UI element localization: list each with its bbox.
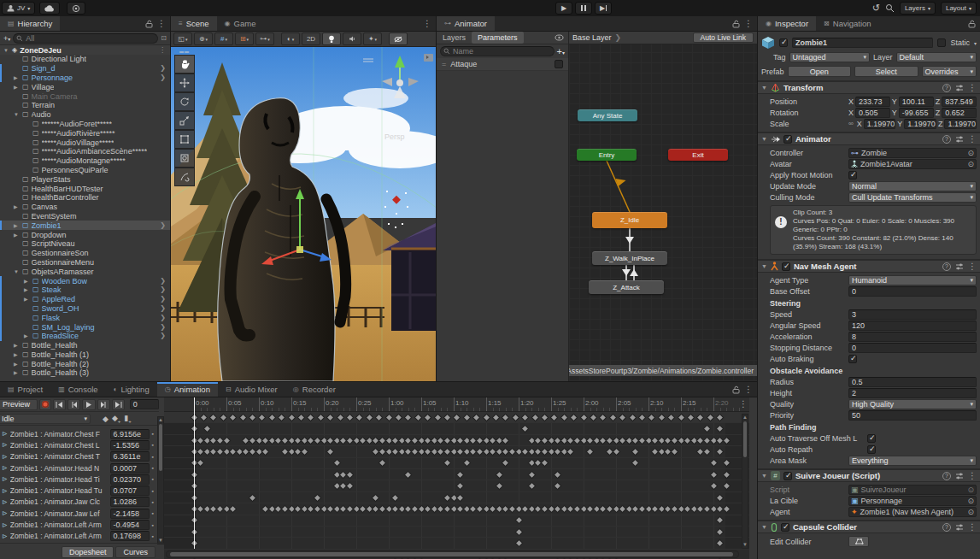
hierarchy-item-personnesquiparle[interactable]: ▢PersonnesQuiParle <box>0 166 170 175</box>
hierarchy-item-gestionnairemenu[interactable]: ▢GestionnaireMenu <box>0 258 170 268</box>
foldout-icon[interactable]: ▶ <box>14 360 18 368</box>
dopesheet-row[interactable] <box>164 480 749 491</box>
gameobject-active-checkbox[interactable] <box>779 38 788 47</box>
timeline-ruler[interactable]: 0:000:050:100:150:200:251:001:051:101:15… <box>164 397 749 412</box>
drag-handle-icon[interactable]: = <box>442 60 446 68</box>
scene-visibility-toggle[interactable] <box>389 32 408 45</box>
animated-property-row[interactable]: ⊳Zombie1 : Animator.Chest L-1.5356▪ <box>0 439 157 450</box>
scale-y-field[interactable]: 1.199705 <box>904 119 936 129</box>
property-menu-icon[interactable]: ▪ <box>152 510 156 516</box>
transform-tool[interactable] <box>174 149 195 168</box>
effects-dropdown[interactable]: ✦▾ <box>363 32 382 45</box>
animated-property-row[interactable]: ⊳Zombie1 : Animator.Jaw Lef-2.1458▪ <box>0 508 157 519</box>
prefab-expand-icon[interactable]: ❯ <box>160 295 170 303</box>
hierarchy-item-bottle-health-1-[interactable]: ▶▢Bottle_Health (1) <box>0 350 170 360</box>
parameter-attaque[interactable]: =Attaque <box>437 58 568 71</box>
hierarchy-item--audiovillage-[interactable]: ▢*****AudioVillage***** <box>0 138 170 147</box>
update-mode-dropdown[interactable]: Normal <box>848 181 977 191</box>
tab-animator[interactable]: ⊶Animator <box>437 16 495 31</box>
hierarchy-item-flask[interactable]: ▢Flask❯ <box>0 313 170 322</box>
property-value-field[interactable]: 6.3611e <box>110 451 150 462</box>
hierarchy-item-sword-oh[interactable]: ▢Sword_OH❯ <box>0 304 170 314</box>
property-menu-icon[interactable]: ▪ <box>152 533 156 539</box>
hierarchy-item-objetsaramasser[interactable]: ▼▢ObjetsARamasser <box>0 267 170 276</box>
static-checkbox[interactable] <box>937 38 946 47</box>
agent-field[interactable]: ✦Zombie1 (Nav Mesh Agent)⊙ <box>848 507 977 517</box>
hierarchy-item-sm-log-laying[interactable]: ▢SM_Log_laying❯ <box>0 322 170 332</box>
speed-field[interactable]: 3 <box>848 309 977 320</box>
first-key-button[interactable] <box>53 399 66 410</box>
animated-property-row[interactable]: ⊳Zombie1 : Animator.Head Tu0.0707▪ <box>0 485 157 496</box>
play-animation-button[interactable] <box>82 399 95 410</box>
property-value-field[interactable]: 0.17698 <box>110 531 150 541</box>
property-value-field[interactable]: -0.4954 <box>110 520 150 530</box>
foldout-icon[interactable]: ▼ <box>3 46 9 55</box>
foldout-icon[interactable]: ▶ <box>14 74 18 82</box>
property-menu-icon[interactable]: ▪ <box>152 488 156 494</box>
help-icon[interactable]: ? <box>942 84 951 92</box>
pause-button[interactable] <box>575 2 592 15</box>
foldout-icon[interactable]: ▶ <box>14 203 18 211</box>
create-button[interactable]: +▾ <box>3 34 10 43</box>
prefab-expand-icon[interactable]: ❯ <box>160 285 170 294</box>
prefab-expand-icon[interactable]: ❯ <box>160 277 170 285</box>
layers-dropdown[interactable]: Layers▾ <box>900 2 936 15</box>
property-value-field[interactable]: 0.0707 <box>110 485 150 496</box>
property-menu-icon[interactable]: ▪ <box>152 522 156 528</box>
hierarchy-item-gestionnaireson[interactable]: ▢GestionnaireSon <box>0 249 170 258</box>
base-offset-field[interactable]: 0 <box>848 286 977 297</box>
tab-inspector[interactable]: ◉Inspector <box>758 16 816 31</box>
animator-menu-icon[interactable]: ⋮ <box>744 19 753 28</box>
custom-tool[interactable] <box>174 168 195 186</box>
state-node-z-walk-inplace[interactable]: Z_Walk_InPlace <box>592 251 667 265</box>
scale-tool[interactable] <box>174 111 195 130</box>
quality-dropdown[interactable]: High Quality <box>848 399 977 409</box>
scale-x-field[interactable]: 1.199705 <box>864 119 896 129</box>
foldout-icon[interactable]: ▶ <box>24 332 28 340</box>
controller-field[interactable]: ⊶Zombie⊙ <box>848 148 977 158</box>
animated-property-row[interactable]: ⊳Zombie1 : Animator.Jaw Clc1.0286▪ <box>0 497 157 508</box>
undo-history-icon[interactable]: ↺ <box>872 3 880 14</box>
parameter-search-input[interactable]: Name <box>440 46 555 56</box>
overlay-drag-handle[interactable]: ══ <box>174 49 195 55</box>
foldout-icon[interactable]: ▼ <box>761 85 767 91</box>
layer-dropdown[interactable]: Default <box>896 52 977 62</box>
foldout-icon[interactable]: ▶ <box>14 350 18 359</box>
position-x-field[interactable]: 233.73 <box>855 97 890 107</box>
rect-tool[interactable] <box>174 130 195 149</box>
prefab-select-button[interactable]: Select <box>854 66 918 77</box>
area-mask-dropdown[interactable]: Everything <box>848 456 977 466</box>
hierarchy-item-sign-d[interactable]: ▢Sign_d❯ <box>0 64 170 74</box>
radius-field[interactable]: 0.5 <box>848 377 977 387</box>
rotation-x-field[interactable]: 0.505 <box>855 108 890 118</box>
2d-toggle[interactable]: 2D <box>302 32 320 45</box>
account-button[interactable]: JV▾ <box>2 2 35 15</box>
la-cible-field[interactable]: ▣Personnage⊙ <box>848 496 977 506</box>
hierarchy-filter-icon[interactable]: ⊡ <box>161 34 167 42</box>
preview-toggle[interactable]: Preview <box>0 399 38 410</box>
foldout-icon[interactable]: ▶ <box>14 221 18 230</box>
hierarchy-item-breadslice[interactable]: ▶▢BreadSlice❯ <box>0 332 170 341</box>
horizontal-scrollbar[interactable] <box>166 550 739 558</box>
cloud-button[interactable] <box>39 2 60 15</box>
add-marker-button[interactable]: ▮+ <box>124 414 131 424</box>
frame-field[interactable]: 0 <box>130 399 159 409</box>
dopesheet-row[interactable] <box>164 458 749 469</box>
scene-viewport[interactable]: ══ Persp <box>171 47 437 381</box>
tab-recorder[interactable]: ◎Recorder <box>285 382 343 397</box>
tool-handle-rotation[interactable]: ⊕▾ <box>194 32 213 45</box>
height-field[interactable]: 2 <box>848 388 977 398</box>
dopesheet-row[interactable] <box>164 538 749 549</box>
hierarchy-item-bottle-health-3-[interactable]: ▶▢Bottle_Health (3) <box>0 368 170 378</box>
apply-root-motion-checkbox[interactable] <box>848 171 857 179</box>
keyframe-area[interactable] <box>164 412 749 549</box>
avatar-field[interactable]: Zombie1Avatar⊙ <box>848 159 977 169</box>
prefab-expand-icon[interactable]: ❯ <box>160 314 170 322</box>
snap-increment-toggle[interactable]: ⊶▾ <box>255 32 274 45</box>
foldout-icon[interactable]: ▶ <box>14 368 18 377</box>
dopesheet-button[interactable]: Dopesheet <box>62 546 114 558</box>
animated-property-row[interactable]: ⊳Zombie1 : Animator.Head Ti0.02370▪ <box>0 474 157 485</box>
prev-key-button[interactable] <box>67 399 80 410</box>
hierarchy-item--audioambiancesc-ne-[interactable]: ▢*****AudioAmbianceScène***** <box>0 147 170 156</box>
version-control-button[interactable] <box>67 2 85 15</box>
